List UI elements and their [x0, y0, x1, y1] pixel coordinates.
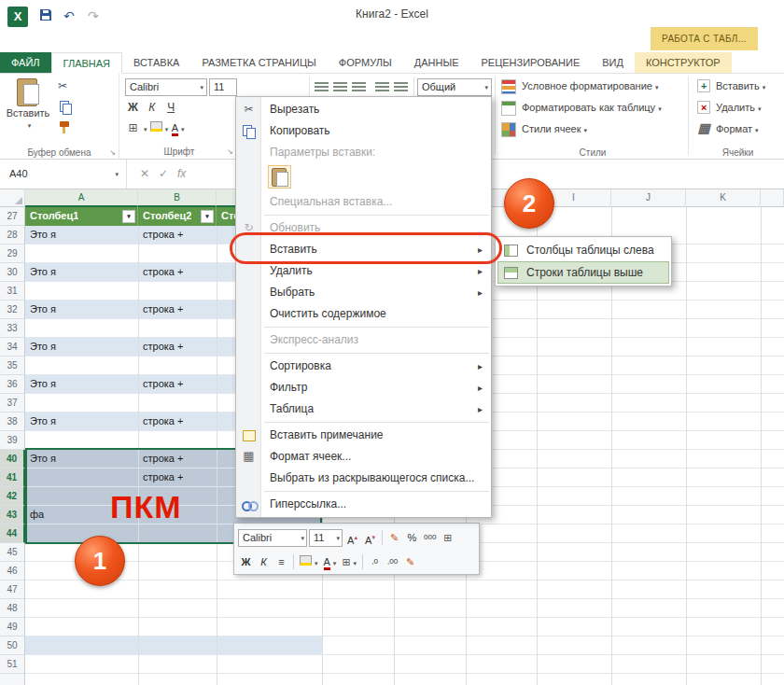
menu-item-insert[interactable]: Вставить [236, 239, 491, 260]
cell[interactable] [138, 524, 217, 543]
menu-item-delete[interactable]: Удалить [236, 260, 491, 282]
borders-icon[interactable] [125, 121, 141, 134]
cell[interactable]: Это я [25, 375, 138, 394]
cell[interactable]: строка + [138, 412, 217, 431]
cell[interactable] [25, 356, 138, 375]
row-header[interactable] [0, 674, 25, 685]
menu-item-clear-contents[interactable]: Очистить содержимое [236, 303, 491, 325]
tab-home[interactable]: ГЛАВНАЯ [51, 52, 122, 74]
cell[interactable]: Это я [25, 412, 138, 431]
font-size-select[interactable]: 11 [209, 78, 237, 96]
filter-dropdown-icon[interactable] [122, 210, 135, 223]
cell[interactable] [138, 618, 217, 636]
italic-button[interactable]: К [144, 101, 160, 114]
table-header-cell[interactable]: Столбец2 [138, 207, 217, 226]
delete-cells-button[interactable]: Удалить [695, 99, 762, 118]
filter-dropdown-icon[interactable] [201, 210, 214, 223]
row-header[interactable]: 39 [0, 431, 25, 450]
select-all-corner[interactable] [0, 189, 25, 207]
cancel-icon[interactable]: ✕ [140, 167, 149, 180]
menu-paste-option-row[interactable] [236, 163, 491, 191]
column-header-b[interactable]: B [138, 189, 217, 207]
shrink-font-button[interactable]: А [362, 529, 378, 547]
cell[interactable]: строка + [138, 450, 217, 468]
row-header[interactable]: 49 [0, 618, 25, 636]
increase-decimal-button[interactable]: ,00 [385, 553, 400, 571]
row-header[interactable]: 40 [0, 450, 25, 468]
cut-icon[interactable] [58, 79, 95, 96]
bold-button[interactable]: Ж [238, 553, 254, 571]
dialog-launcher-icon[interactable] [109, 148, 116, 157]
cells[interactable] [322, 655, 784, 674]
paste-button[interactable]: Вставить [6, 77, 50, 142]
format-as-table-button[interactable]: Форматировать как таблицу [501, 99, 662, 118]
row-header[interactable]: 32 [0, 301, 25, 319]
cell[interactable] [25, 618, 138, 636]
cell[interactable] [25, 636, 138, 655]
menu-item-cut[interactable]: Вырезать [236, 99, 491, 120]
font-color-icon[interactable]: А [172, 123, 178, 136]
row-header[interactable]: 33 [0, 319, 25, 338]
row-header[interactable]: 46 [0, 562, 25, 580]
cell[interactable] [25, 674, 138, 685]
row-header[interactable]: 41 [0, 468, 25, 487]
borders-button[interactable] [340, 553, 358, 571]
fill-color-button[interactable] [298, 553, 320, 571]
decrease-decimal-button[interactable]: ,0 [367, 553, 383, 571]
cell[interactable] [138, 245, 217, 263]
row-header[interactable]: 45 [0, 543, 25, 562]
cell[interactable] [138, 655, 217, 674]
percent-style-button[interactable]: % [404, 529, 420, 547]
tab-table-design[interactable]: КОНСТРУКТОР [635, 52, 732, 73]
cell[interactable] [138, 562, 217, 580]
menu-item-copy[interactable]: Копировать [236, 120, 491, 142]
center-align-button[interactable]: ≡ [273, 553, 289, 571]
mini-font-select[interactable]: Calibri [238, 529, 307, 547]
tab-data[interactable]: ДАННЫЕ [403, 52, 470, 73]
cell[interactable] [25, 599, 138, 618]
cell[interactable] [25, 655, 138, 674]
cell[interactable] [138, 431, 217, 450]
italic-button[interactable]: К [256, 553, 272, 571]
cell[interactable]: строка + [138, 375, 217, 394]
conditional-formatting-button[interactable]: Условное форматирование [501, 77, 658, 96]
cell[interactable] [138, 580, 217, 599]
column-header[interactable] [761, 189, 784, 207]
active-cell[interactable]: Это я [25, 450, 138, 468]
grow-font-button[interactable]: А [344, 529, 360, 547]
align-bottom-icon[interactable] [352, 82, 366, 92]
row-header[interactable]: 36 [0, 375, 25, 394]
cell[interactable] [138, 636, 217, 655]
number-format-select[interactable]: Общий [417, 78, 492, 96]
menu-item-format-cells[interactable]: Формат ячеек... [236, 446, 491, 468]
cell[interactable] [25, 245, 138, 263]
insert-cells-button[interactable]: Вставить [695, 77, 765, 96]
cell[interactable] [138, 543, 217, 562]
paste-icon[interactable] [268, 165, 291, 189]
cell[interactable]: Это я [25, 226, 138, 245]
row-header[interactable]: 31 [0, 282, 25, 301]
menu-item-pick-from-list[interactable]: Выбрать из раскрывающегося списка... [236, 468, 491, 489]
column-header-k[interactable]: K [686, 189, 761, 207]
bold-button[interactable]: Ж [125, 101, 141, 114]
tab-insert[interactable]: ВСТАВКА [122, 52, 190, 73]
tab-page-layout[interactable]: РАЗМЕТКА СТРАНИЦЫ [190, 52, 327, 73]
cells[interactable] [322, 618, 784, 636]
cell[interactable] [25, 580, 138, 599]
row-header[interactable]: 27 [0, 207, 25, 226]
cell[interactable]: строка + [138, 468, 217, 487]
column-header-j[interactable]: J [611, 189, 686, 207]
tab-review[interactable]: РЕЦЕНЗИРОВАНИЕ [469, 52, 591, 73]
cell[interactable] [25, 319, 138, 338]
menu-item-table[interactable]: Таблица [236, 398, 491, 420]
cell[interactable] [138, 356, 217, 375]
row-header[interactable]: 28 [0, 226, 25, 245]
cell[interactable]: Это я [25, 338, 138, 356]
cells[interactable] [322, 580, 784, 599]
wrap-text-icon[interactable] [394, 82, 408, 92]
cell[interactable]: строка + [138, 263, 217, 282]
copy-icon[interactable] [58, 99, 95, 116]
row-header[interactable]: 48 [0, 599, 25, 618]
cell[interactable]: строка + [138, 301, 217, 319]
cell[interactable] [138, 282, 217, 301]
